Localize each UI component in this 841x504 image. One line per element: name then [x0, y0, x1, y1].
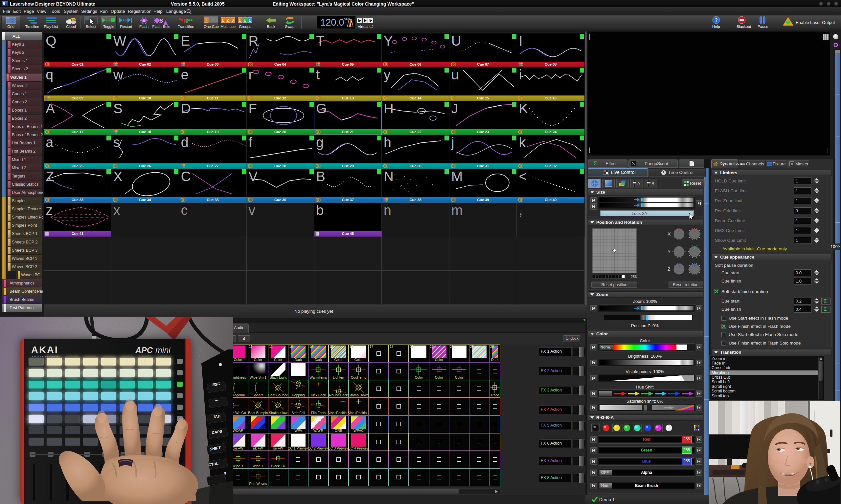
svg-text:1: 1 [222, 18, 224, 23]
svg-text:1: 1 [205, 18, 207, 22]
svg-text:Σ: Σ [594, 161, 597, 166]
svg-text:3: 3 [231, 18, 234, 23]
svg-text:2: 2 [227, 18, 229, 23]
svg-text:1: 1 [249, 18, 251, 23]
svg-text:beta: beta [71, 19, 76, 21]
svg-text:?: ? [715, 17, 718, 23]
svg-text:1: 1 [239, 18, 241, 23]
svg-text:1: 1 [244, 18, 246, 23]
svg-text:S: S [160, 18, 163, 24]
